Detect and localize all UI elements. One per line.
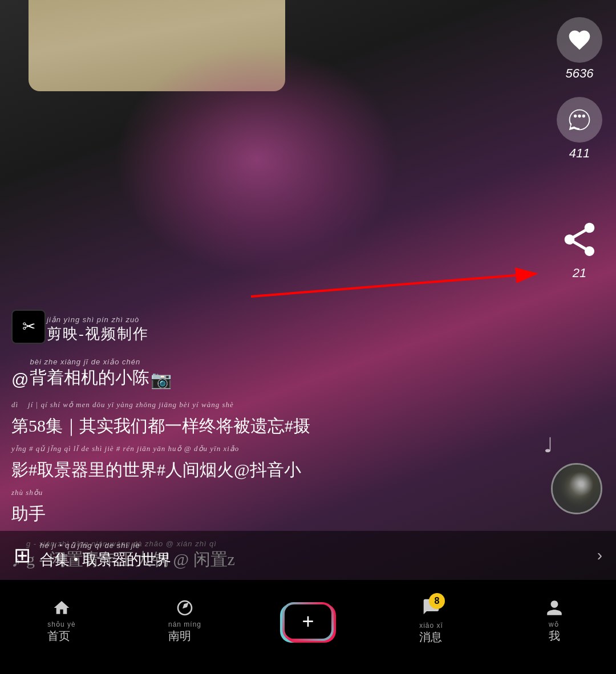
comment-icon (557, 97, 602, 143)
capcut-text: 剪映-视频制作 (47, 324, 149, 344)
plus-icon: + (302, 610, 314, 634)
home-pinyin: shǒu yè (47, 620, 75, 628)
share-button[interactable]: 21 (557, 217, 602, 281)
home-label: 首页 (47, 630, 70, 642)
caption-line2-pinyin: yǐng # qǔ jǐng qì lǐ de shì jiè # rén ji… (11, 442, 301, 455)
discover-label: 南明 (168, 630, 191, 642)
like-button[interactable]: 5636 (557, 17, 602, 81)
message-badge-container: 8 (422, 598, 440, 618)
chevron-right-icon[interactable]: › (597, 546, 602, 565)
mention-pinyin: bèi zhe xiàng jī de xiǎo chén (30, 358, 149, 366)
capcut-pinyin: jiǎn yìng shì pín zhì zuò (47, 315, 149, 324)
nav-me[interactable]: wǒ 我 (493, 599, 616, 644)
add-button-inner: + (285, 604, 331, 639)
message-badge: 8 (429, 593, 445, 609)
bottom-nav: shǒu yè 首页 nán míng 南明 + 8 xiāo xī (0, 580, 616, 674)
caption-line-1: dì jí | qí shí wǒ men dōu yī yàng zhōng … (11, 399, 536, 440)
user-icon (545, 599, 564, 617)
camera-emoji: 📷 (151, 370, 172, 389)
collection-left: ⊞ hé jí • qǔ jǐng qì de shì jiè 合集 • 取景器… (14, 541, 171, 570)
share-icon (557, 217, 602, 262)
nav-home[interactable]: shǒu yè 首页 (0, 599, 123, 644)
nav-messages[interactable]: 8 xiāo xī 消息 (370, 598, 493, 645)
collection-pinyin: hé jí • qǔ jǐng qì de shì jiè (40, 541, 171, 550)
me-pinyin: wǒ (549, 620, 560, 628)
comment-button[interactable]: 411 (557, 97, 602, 161)
capcut-banner[interactable]: ✂ jiǎn yìng shì pín zhì zuò 剪映-视频制作 (11, 310, 536, 344)
nav-discover[interactable]: nán míng 南明 (123, 599, 246, 644)
compass-icon (176, 599, 194, 617)
comment-count: 411 (569, 146, 590, 161)
caption-line2-text: 影#取景器里的世界#人间烟火@抖音小 (11, 455, 301, 484)
share-count: 21 (573, 266, 586, 281)
stack-icon: ⊞ (14, 543, 31, 567)
right-sidebar: 5636 411 (557, 17, 602, 161)
music-disc[interactable] (551, 463, 602, 514)
at-mention[interactable]: @ bèi zhe xiàng jī de xiǎo chén 背着相机的小陈 … (11, 358, 536, 389)
me-label: 我 (549, 630, 560, 642)
caption-line-2: yǐng # qǔ jǐng qì lǐ de shì jiè # rén ji… (11, 442, 536, 484)
messages-label: 消息 (419, 631, 442, 643)
video-caption: dì jí | qí shí wǒ men dōu yī yàng zhōng … (11, 399, 536, 528)
add-button[interactable]: + (282, 602, 334, 641)
capcut-logo: ✂ (11, 310, 46, 344)
caption-line3-text: 助手 (11, 499, 46, 528)
scissors-icon: ✂ (22, 317, 35, 336)
nav-add[interactable]: + (246, 602, 370, 641)
caption-line1-pinyin: dì jí | qí shí wǒ men dōu yī yàng zhōng … (11, 399, 310, 411)
home-icon (52, 599, 71, 617)
discover-pinyin: nán míng (168, 620, 201, 628)
messages-pinyin: xiāo xī (419, 622, 443, 630)
collection-text: 合集 • 取景器的世界 (40, 551, 171, 568)
at-symbol: @ (11, 370, 29, 389)
caption-line-3: zhù shǒu 助手 (11, 486, 536, 528)
like-count: 5636 (566, 66, 594, 81)
caption-line3-pinyin: zhù shǒu (11, 486, 46, 499)
caption-line1-text: 第58集｜其实我们都一样终将被遗忘#摄 (11, 411, 310, 440)
pink-glow (114, 46, 399, 274)
collection-bar[interactable]: ⊞ hé jí • qǔ jǐng qì de shì jiè 合集 • 取景器… (0, 531, 616, 580)
mention-text: 背着相机的小陈 (30, 366, 149, 389)
music-disc-inner (553, 465, 601, 513)
heart-icon (557, 17, 602, 63)
